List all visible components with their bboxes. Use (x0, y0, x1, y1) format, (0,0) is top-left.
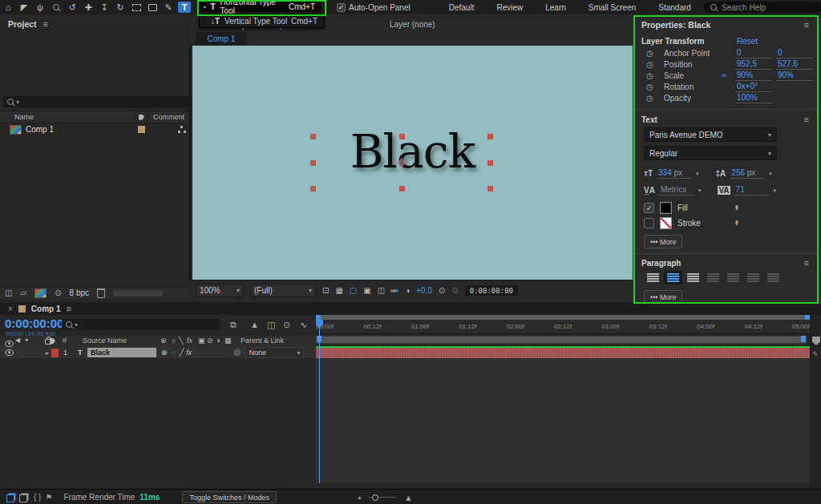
close-icon[interactable]: × (8, 304, 13, 313)
column-name[interactable]: Name (14, 113, 135, 121)
show-snapshot-icon[interactable]: ⊘ (451, 286, 458, 295)
auto-open-checkbox[interactable]: ✓ (337, 3, 346, 12)
solo-column-icon[interactable]: ● (25, 337, 28, 342)
workspace-tab[interactable]: Review (485, 3, 534, 12)
stopwatch-icon[interactable]: ◷ (646, 60, 664, 69)
work-area-end-handle[interactable] (801, 336, 806, 342)
selection-handle[interactable] (310, 160, 316, 166)
auto-open-panel-toggle[interactable]: ✓ Auto-Open Panel (337, 3, 410, 12)
current-timecode[interactable]: 0:00:00:00 (5, 317, 63, 330)
selection-handle[interactable] (310, 186, 316, 192)
zoom-tool-icon[interactable] (50, 2, 63, 13)
video-column-eye-icon[interactable] (5, 341, 14, 347)
dolly-camera-tool-icon[interactable]: ↧ (98, 2, 111, 13)
transform-label[interactable]: Position (664, 60, 722, 69)
transform-value-y[interactable]: 0 (776, 48, 813, 58)
layer-visibility-eye-icon[interactable] (5, 349, 14, 356)
timeline-vertical-scrollbar[interactable]: ✎ (810, 315, 821, 489)
transform-label[interactable]: Opacity (664, 94, 722, 103)
search-help-box[interactable]: Search Help (704, 2, 821, 13)
chevron-down-icon[interactable]: ▾ (774, 187, 777, 194)
transform-value-x[interactable]: 0 (735, 48, 772, 58)
font-family-select[interactable]: Paris Avenue DEMO ▾ (644, 127, 777, 142)
project-search-input[interactable]: ▾ (3, 96, 190, 107)
motion-blur-column-icon[interactable]: ◑ (216, 337, 220, 345)
audio-column-speaker-icon[interactable]: ◀ (15, 337, 20, 344)
trash-icon[interactable] (97, 288, 105, 298)
layer-viewer-tab[interactable]: Layer (none) (390, 20, 435, 29)
guides-icon[interactable]: ◫ (378, 286, 385, 295)
layer-collapse-icon[interactable]: ☼ (171, 349, 177, 357)
stroke-enabled-checkbox[interactable] (644, 218, 654, 228)
mask-visibility-icon[interactable]: ▣ (363, 286, 370, 295)
fill-eyedropper-icon[interactable]: ✒ (732, 204, 741, 211)
transform-value-x[interactable]: 100% (735, 93, 772, 103)
parent-link-select[interactable]: None ▾ (245, 347, 304, 358)
fill-enabled-checkbox[interactable]: ✓ (644, 203, 654, 213)
interpret-footage-icon[interactable]: ⊙ (55, 288, 61, 297)
justify-all-button[interactable] (764, 271, 783, 284)
resolution-select[interactable]: (Full) ▾ (250, 284, 316, 297)
transform-value-y[interactable]: 527,6 (776, 59, 813, 70)
snapshot-camera-icon[interactable]: ⊙ (439, 286, 445, 295)
anchor-point-marker[interactable] (397, 158, 406, 167)
justify-last-center-button[interactable] (724, 271, 742, 284)
chevron-down-icon[interactable]: ▾ (698, 187, 702, 194)
transform-value-x[interactable]: 952,5 (735, 59, 772, 70)
composition-viewer-tab[interactable]: Comp 1 (196, 32, 247, 45)
stroke-eyedropper-icon[interactable]: ✒ (732, 220, 741, 226)
zoom-in-mountain-icon[interactable]: ▲ (404, 493, 413, 502)
link-scale-icon[interactable]: ∞ (722, 71, 735, 79)
orbit-camera-tool-icon[interactable]: ↺ (66, 2, 79, 13)
pan-camera-tool-icon[interactable]: ✚ (82, 2, 95, 13)
footage-icon[interactable]: ◫ (5, 288, 12, 297)
graph-editor-icon[interactable]: ∿ (300, 320, 307, 330)
composition-canvas[interactable]: Black (192, 46, 633, 280)
project-item-name[interactable]: Comp 1 (26, 125, 138, 134)
project-item-row[interactable]: Comp 1 (0, 123, 189, 135)
menu-item-horizontal-type-tool[interactable]: ▪ T Horizontal Type Tool Cmd+T (199, 1, 322, 12)
menu-item-vertical-type-tool[interactable]: ↓T Vertical Type Tool Cmd+T (199, 14, 325, 28)
stopwatch-icon[interactable]: ◷ (646, 94, 664, 103)
selection-handle[interactable] (399, 186, 405, 192)
exposure-value[interactable]: +0,0 (416, 286, 432, 295)
collapse-column-icon[interactable]: ☼ (170, 337, 176, 345)
reset-link[interactable]: Reset (737, 37, 758, 46)
justify-last-right-button[interactable] (744, 271, 762, 284)
layer-label-color[interactable] (51, 349, 59, 357)
transform-label[interactable]: Scale (664, 71, 722, 80)
comp-marker-bin-icon[interactable] (812, 337, 820, 345)
stopwatch-icon[interactable]: ◷ (646, 83, 664, 91)
home-icon[interactable]: ⌂ (2, 2, 14, 13)
transform-value-y[interactable]: 90% (776, 71, 813, 81)
selection-tool-icon[interactable]: ◤ (18, 2, 30, 13)
workspace-tab[interactable]: Learn (534, 3, 577, 12)
align-right-button[interactable] (684, 271, 702, 284)
zoom-out-mountain-icon[interactable]: ▲ (357, 494, 362, 500)
composition-panel-icon[interactable] (6, 494, 14, 502)
workspace-tab[interactable]: Small Screen (577, 3, 647, 12)
layer-fx-icon[interactable]: fx (186, 349, 192, 357)
timeline-empty-layer-area[interactable] (0, 358, 316, 483)
viewer-timecode[interactable]: 0:00:00:00 (465, 285, 518, 296)
column-comment[interactable]: Comment (153, 113, 184, 121)
label-color-swatch[interactable] (138, 126, 145, 133)
column-number[interactable]: # (63, 337, 67, 345)
chevron-down-icon[interactable]: ▾ (696, 171, 699, 177)
selection-handle[interactable] (487, 134, 493, 139)
layer-quality-icon[interactable]: ╱ (180, 349, 184, 357)
paragraph-section-menu-icon[interactable]: ≡ (804, 258, 809, 268)
timeline-track-area[interactable] (316, 358, 810, 483)
project-bit-depth[interactable]: 8 bpc (70, 288, 89, 297)
hand-tool-icon[interactable]: ψ (34, 2, 47, 13)
region-of-interest-icon[interactable]: ▢ (350, 286, 357, 295)
selection-handle[interactable] (310, 134, 316, 139)
layer-row[interactable]: ▸ 1 T Black ⊕ ☼ ╱ fx @ None ▾ (0, 347, 316, 358)
chevron-down-icon[interactable]: ▾ (769, 171, 772, 177)
align-center-button[interactable] (664, 271, 682, 284)
render-flag-icon[interactable]: ⚑ (45, 493, 52, 502)
new-composition-icon[interactable] (34, 288, 47, 298)
leading-field[interactable]: 256 px (730, 168, 765, 179)
quality-column-icon[interactable]: ╲ (179, 337, 183, 345)
exposure-icon[interactable]: ◑ (405, 286, 410, 295)
